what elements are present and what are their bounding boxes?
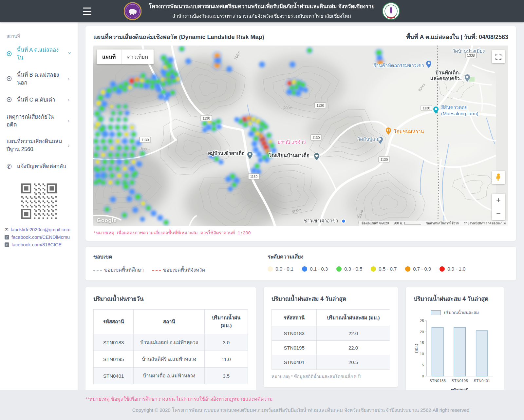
app-header: โครงการพัฒนาระบบสารสนเทศเตรียมความพร้อมเ… [0,0,524,22]
map-view-button[interactable]: แผนที่ [97,49,121,64]
map-canvas[interactable]: วัดบ้านปางเมี่ยงร้านค้าหัตถกรรมชาวเขาบ้า… [93,46,508,226]
sidebar-section-label: สถานที่ [0,28,78,42]
risk-level-item: 0.1 - 0.3 [302,266,328,272]
risk-legend-title: ระดับความเสี่ยง [268,253,508,261]
svg-text:5: 5 [422,363,424,367]
facebook-link-818cice[interactable]: f facebook.com/818CICE [5,242,73,247]
map-data-credit: ข้อมูลแผนที่ ©2020 [362,221,389,226]
table-row: STN018322.0 [272,326,390,341]
chevron-right-icon: › [68,118,72,124]
hamburger-menu-icon[interactable] [83,8,91,15]
footer-disclaimer: **หมายเหตุ ข้อมูลใช้เพื่อการศึกษาวางแผน … [85,395,516,403]
province-boundary-legend: ขอบเขตพื้นที่จังหวัด [152,266,205,274]
chart-bar [454,327,465,376]
road-badge: 1130 [315,103,326,108]
road-badge: 1130 [140,137,151,143]
svg-text:1130: 1130 [250,175,258,179]
svg-text:1130: 1130 [381,158,388,162]
road-badge: 1130 [379,157,390,162]
map-pin[interactable] [342,219,346,223]
sidebar-item-contact[interactable]: ✆ แจ้งปัญหา/ติดต่อกลับ [0,158,78,175]
fullscreen-button[interactable] [492,50,505,63]
rainfall-bar-chart: 0510152025STN0183STN0195STN0401รหัสสถานี… [414,318,496,396]
chevron-down-icon: › [67,52,73,56]
satellite-view-button[interactable]: ดาวเทียม [121,49,154,64]
map-label[interactable]: หมู่บ้านเข้าผาเดื่อ [208,150,245,157]
accumulated-rainfall-card: ปริมาณน้ำฝนสะสม 4 วันล่าสุด รหัสสถานี ปร… [264,287,398,387]
map-label[interactable]: และครอบครัว... [430,76,464,81]
dashed-line-swatch [93,270,102,271]
sidebar-item-label: พื้นที่ A ต.แม่สลองใน [17,46,63,62]
svg-text:STN0401: STN0401 [474,378,490,383]
app-subtitle: สำนักงานป้องกันและบรรเทาสาธารณภัยจังหวัด… [149,11,375,21]
email-link[interactable]: ✉ landslide2020cr@gmail.com [5,227,73,232]
column-header: ปริมาณน้ำฝนสะสม (มม.) [317,310,390,326]
report-error-link[interactable]: รายงานข้อผิดพลาดของแผนที่ [464,221,506,226]
svg-text:15: 15 [420,341,424,345]
map-card: แผนที่ความเสี่ยงดินถล่มเชิงพลวัต (Dynami… [85,26,516,241]
risk-color-dot [268,266,273,272]
svg-text:0: 0 [422,374,424,378]
sidebar-item-area-a[interactable]: พื้นที่ A ต.แม่สลองใน › [0,42,78,67]
ddpm-logo [382,2,400,20]
sidebar-item-past-events[interactable]: เหตุการณ์เสี่ยงภัยในอดีต › [0,108,78,133]
table-row: STN0183บ้านแม่แสลป อ.แม่ฟ้าหลวง3.0 [94,334,248,351]
map-label[interactable]: ร้านค้าหัตถกรรมชาวเขา [374,63,424,68]
boundary-legend-title: ขอบเขต [93,253,268,261]
zoom-in-button[interactable]: + [492,194,505,207]
chart-title: ปริมาณน้ำฝนสะสม 4 วันล่าสุด [414,294,496,303]
scale-bar [404,222,421,224]
location-pin-icon [6,97,12,103]
facebook-link-cendim[interactable]: f facebook.com/CENDiMcmu [5,235,73,240]
road-badge: 1130 [421,105,432,111]
table-row: STN0401บ้านผาเดื่อ อ.แม่ฟ้าหลวง3.5 [94,368,248,384]
map-scale: 200 ม. [393,221,421,226]
map-label[interactable]: โรงเรียนบ้านผาเดื่อ [268,152,309,158]
qr-code [21,183,57,219]
main-content: แผนที่ความเสี่ยงดินถล่มเชิงพลวัต (Dynami… [78,22,524,420]
svg-text:25: 25 [420,319,424,323]
road-badge: 1130 [201,115,212,121]
column-header: รหัสสถานี [272,310,317,326]
sidebar-item-area-c[interactable]: พื้นที่ C ต.ตับเต่า › [0,91,78,108]
chevron-right-icon: › [68,76,72,82]
map-label[interactable]: บ้านพักเด็ก [435,69,458,75]
svg-text:1130: 1130 [317,104,324,107]
column-header: รหัสสถานี [94,310,134,334]
app-title-block: โครงการพัฒนาระบบสารสนเทศเตรียมความพร้อมเ… [149,1,375,21]
sidebar-item-label: พื้นที่ B ต.แม่สลองนอก [17,71,63,87]
sidebar: สถานที่ พื้นที่ A ต.แม่สลองใน › พื้นที่ … [0,22,78,420]
svg-text:STN0183: STN0183 [429,378,446,383]
pegman-streetview-button[interactable] [492,171,505,184]
daily-rainfall-table: รหัสสถานี สถานี ปริมาณน้ำฝน (มม.) STN018… [93,309,248,384]
chart-legend-label: ปริมาณน้ำฝนสะสม [444,309,479,316]
terms-link[interactable]: ข้อกำหนดในการใช้งาน [426,221,459,226]
map-label[interactable]: สีสันชาวดอย [441,105,467,110]
fullscreen-icon [496,54,501,60]
app-title: โครงการพัฒนาระบบสารสนเทศเตรียมความพร้อมเ… [149,1,375,11]
cendim-elephant-logo [124,2,141,20]
zoom-out-button[interactable]: − [492,207,505,220]
footer-copyright: Copyright © 2020 โครงการพัฒนาระบบสารสนเท… [85,406,516,414]
map-label[interactable]: (Maesalong farm) [441,111,478,116]
accumulated-rainfall-table: รหัสสถานี ปริมาณน้ำฝนสะสม (มม.) STN01832… [271,309,390,370]
facebook-text: facebook.com/818CICE [11,242,62,247]
map-label[interactable]: ชาวเขาเผ่าอาข่า [304,218,338,223]
svg-text:1130: 1130 [141,138,149,142]
map-attribution: ข้อมูลแผนที่ ©2020 200 ม. ข้อกำหนดในการใ… [359,221,508,226]
svg-text:10: 10 [420,352,424,356]
sidebar-item-area-b[interactable]: พื้นที่ B ต.แม่สลองนอก › [0,67,78,91]
sidebar-item-label: แผนที่ความเสี่ยงดินถล่ม ปีฐาน 2560 [7,138,63,153]
road-badge: 1130 [248,174,259,179]
chevron-right-icon: › [68,97,72,103]
sidebar-item-baseline-map-2560[interactable]: แผนที่ความเสี่ยงดินถล่ม ปีฐาน 2560 › [0,133,78,158]
svg-text:1130: 1130 [203,116,210,120]
risk-color-dot [302,266,307,272]
google-logo: Google [97,217,117,224]
sidebar-item-label: พื้นที่ C ต.ตับเต่า [17,96,63,104]
table-note: หมายเหตุ * ข้อมูลสถิติน้ำฝนสะสมโดยเฉลี่ย… [271,373,390,380]
map-label[interactable]: โฮมขนมหวาน [394,129,424,134]
study-boundary-legend: ขอบเขตพื้นที่ศึกษา [93,266,144,274]
map-label[interactable]: ปราณี แซ่จ๋าว [277,140,306,145]
map-label[interactable]: วัดสันปูเลย [357,137,380,142]
